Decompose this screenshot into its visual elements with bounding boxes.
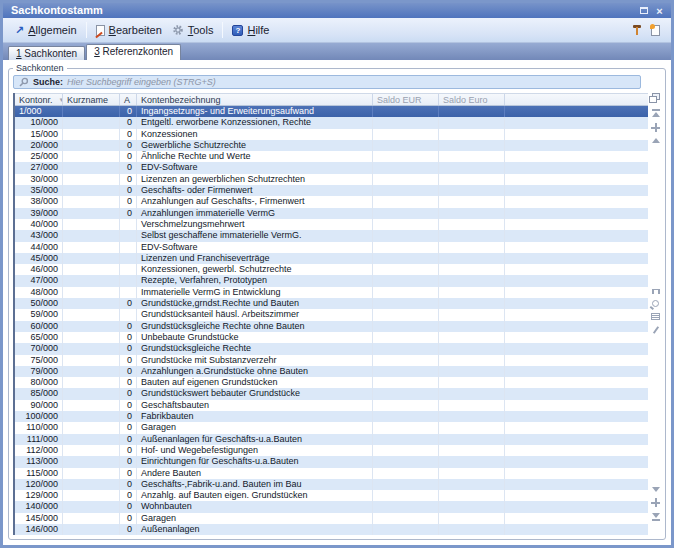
table-row[interactable]: 115/0000Andere Bauten [15,468,648,479]
table-row[interactable]: 146/0000Außenanlagen [15,524,648,535]
column-header-a[interactable]: A [120,94,137,105]
table-cell [505,151,648,162]
table-row[interactable]: 120/0000Geschäfts-,Fabrik-u.and. Bauten … [15,479,648,490]
zoom-icon[interactable] [652,300,659,307]
table-row[interactable]: 1/0000Ingangsetzungs- und Erweiterungsau… [15,106,648,117]
menu-bearbeiten[interactable]: Bearbeiten [91,22,167,38]
table-cell: 0 [120,524,137,535]
table-cell [373,332,439,343]
column-chooser-button[interactable] [649,93,661,104]
table-row[interactable]: 47/000Rezepte, Verfahren, Prototypen [15,275,648,286]
scroll-down-button[interactable] [652,487,660,492]
table-row[interactable]: 129/0000Anzahlg. auf Bauten eigen. Grund… [15,490,648,501]
menu-hilfe[interactable]: ? Hilfe [227,22,274,38]
table-cell [63,377,120,388]
menu-tools[interactable]: Tools [167,22,219,38]
table-row[interactable]: 80/0000Bauten auf eigenen Grundstücken [15,377,648,388]
table-row[interactable]: 38/0000Anzahlungen auf Geschäfts-, Firme… [15,196,648,207]
table-row[interactable]: 40/000Verschmelzungsmehrwert [15,219,648,230]
table-row[interactable]: 70/0000Grundstücksgleiche Rechte [15,343,648,354]
table-row[interactable]: 60/0000Grundstücksgleiche Rechte ohne Ba… [15,321,648,332]
table-row[interactable]: 85/0000Grundstückswert bebauter Grundstü… [15,388,648,399]
tab-sachkonten[interactable]: 1 Sachkonten [8,46,85,60]
expand-bottom-button[interactable] [651,498,660,507]
note-page-icon[interactable] [651,25,660,36]
table-cell [373,355,439,366]
table-cell [439,140,505,151]
table-cell [505,490,648,501]
window-title: Sachkontostamm [11,3,634,18]
table-cell [373,388,439,399]
table-cell [373,242,439,253]
restore-window-button[interactable] [637,5,650,17]
table-row[interactable]: 25/0000Ähnliche Rechte und Werte [15,151,648,162]
table-row[interactable]: 50/0000Grundstücke,grndst.Rechte und Bau… [15,298,648,309]
scroll-to-top-button[interactable] [652,109,660,117]
table-row[interactable]: 44/000EDV-Software [15,242,648,253]
table-row[interactable]: 111/0000Außenanlagen für Geschäfts-u.a.B… [15,434,648,445]
table-cell: 146/000 [15,524,63,535]
close-window-button[interactable]: × [653,5,666,17]
table-cell [63,321,120,332]
table-row[interactable]: 112/0000Hof- und Wegebefestigungen [15,445,648,456]
table-row[interactable]: 30/0000Lizenzen an gewerblichen Schutzre… [15,174,648,185]
sachkonten-groupbox: Sachkonten Suche: Hier Suchbegriff einge… [8,63,666,540]
column-header-kontonr[interactable]: Kontonr. ▼ [15,94,63,105]
table-row[interactable]: 20/0000Gewerbliche Schutzrechte [15,140,648,151]
table-row[interactable]: 113/0000Einrichtungen für Geschäfts-u.a.… [15,456,648,467]
table-cell: 0 [120,501,137,512]
tab-referenzkonten[interactable]: 3 Referenzkonten [86,44,181,60]
search-input[interactable]: Suche: Hier Suchbegriff eingeben (STRG+S… [13,75,641,89]
table-row[interactable]: 46/000Konzessionen, gewerbl. Schutzrecht… [15,264,648,275]
table-row[interactable]: 75/0000Grundstücke mit Substanzverzehr [15,355,648,366]
table-cell: 46/000 [15,264,63,275]
table-cell [373,468,439,479]
table-row[interactable]: 45/000Lizenzen und Franchiseverträge [15,253,648,264]
table-row[interactable]: 65/0000Unbebaute Grundstücke [15,332,648,343]
scroll-up-button[interactable] [652,138,660,143]
table-cell [63,422,120,433]
table-row[interactable]: 10/0000Entgeltl. erworbene Konzessionen,… [15,117,648,128]
table-row[interactable]: 27/0000EDV-Software [15,162,648,173]
column-header-kurzname[interactable]: Kurzname [63,94,120,105]
table-cell [63,253,120,264]
menu-allgemein[interactable]: ↗ Allgemein [10,22,82,38]
table-cell: Grundstückswert bebauter Grundstücke [137,388,373,399]
table-cell: Fabrikbauten [137,411,373,422]
table-row[interactable]: 35/0000Geschäfts- oder Firmenwert [15,185,648,196]
scroll-to-bottom-button[interactable] [652,513,660,521]
table-cell: 0 [120,479,137,490]
table-cell: 0 [120,366,137,377]
table-row[interactable]: 100/0000Fabrikbauten [15,411,648,422]
column-header-saldo-eur[interactable]: Saldo EUR [373,94,439,105]
table-row[interactable]: 90/0000Geschäftsbauten [15,400,648,411]
table-row[interactable]: 110/0000Garagen [15,422,648,433]
table-row[interactable]: 145/0000Garagen [15,513,648,524]
table-cell [505,468,648,479]
column-header-kontenbezeichnung[interactable]: Kontenbezeichnung [137,94,373,105]
table-cell [505,162,648,173]
splitter-grip-icon[interactable] [652,289,660,294]
table-row[interactable]: 59/000Grundstücksanteil häusl. Arbeitszi… [15,309,648,320]
table-row[interactable]: 43/000Selbst geschaffene immaterielle Ve… [15,230,648,241]
table-cell [63,524,120,535]
table-cell [373,219,439,230]
table-cell: 0 [120,513,137,524]
table-row[interactable]: 140/0000Wohnbauten [15,501,648,512]
expand-button[interactable] [651,123,660,132]
table-cell: Lizenzen und Franchiseverträge [137,253,373,264]
table-cell: Ähnliche Rechte und Werte [137,151,373,162]
table-cell: 0 [120,456,137,467]
hammer-icon[interactable] [632,24,642,36]
table-cell [439,343,505,354]
table-row[interactable]: 15/0000Konzessionen [15,129,648,140]
table-cell [373,253,439,264]
rows-view-icon[interactable] [651,313,660,320]
table-row[interactable]: 79/0000Anzahlungen a.Grundstücke ohne Ba… [15,366,648,377]
table-row[interactable]: 39/0000Anzahlungen immaterielle VermG [15,208,648,219]
table-row[interactable]: 48/000Immaterielle VermG in Entwicklung [15,287,648,298]
table-cell [439,422,505,433]
edit-marker-icon[interactable] [652,326,658,334]
table-cell [505,434,648,445]
column-header-saldo-euro[interactable]: Saldo Euro [439,94,505,105]
